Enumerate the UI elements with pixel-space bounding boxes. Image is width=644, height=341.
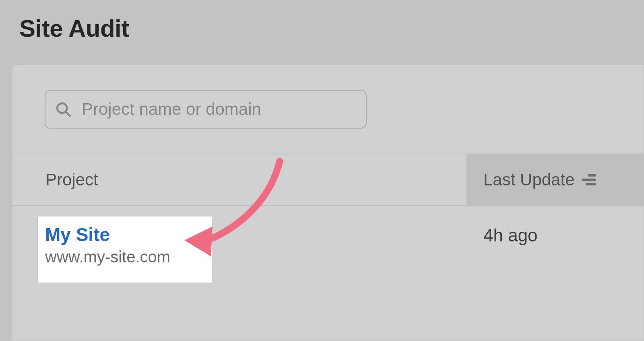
search-wrap [12, 65, 644, 154]
column-header-last-update-label: Last Update [483, 170, 575, 189]
column-header-last-update[interactable]: Last Update [466, 154, 644, 205]
column-header-project[interactable]: Project [12, 170, 466, 189]
search-input[interactable] [82, 100, 357, 119]
projects-panel: Project Last Update My Site www.my-site.… [12, 64, 644, 341]
project-domain: www.my-site.com [45, 248, 204, 266]
project-name-link[interactable]: My Site [45, 224, 204, 245]
annotation-highlight: My Site www.my-site.com [38, 216, 212, 283]
cell-last-update: 4h ago [466, 214, 644, 245]
table-header: Project Last Update [12, 154, 644, 206]
search-box[interactable] [45, 90, 367, 129]
search-icon [54, 100, 72, 118]
svg-line-1 [66, 112, 70, 116]
svg-point-0 [57, 103, 67, 113]
sort-icon [582, 174, 596, 185]
page-title: Site Audit [19, 15, 129, 42]
